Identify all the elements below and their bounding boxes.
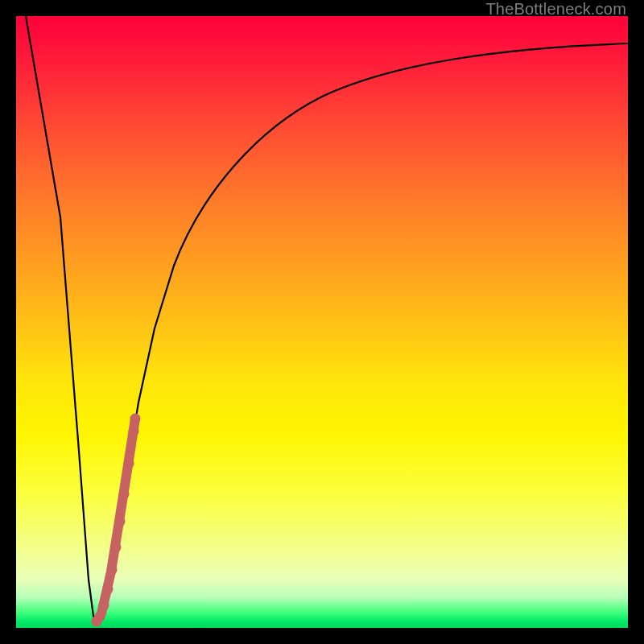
svg-point-7 bbox=[119, 489, 130, 500]
svg-point-6 bbox=[115, 517, 126, 527]
chart-frame bbox=[16, 16, 628, 628]
svg-point-5 bbox=[111, 543, 122, 553]
svg-point-9 bbox=[129, 427, 139, 437]
svg-point-4 bbox=[107, 565, 118, 576]
svg-point-3 bbox=[103, 584, 114, 595]
svg-point-10 bbox=[130, 414, 141, 424]
svg-point-1 bbox=[95, 612, 105, 622]
svg-point-8 bbox=[124, 459, 134, 469]
svg-point-2 bbox=[99, 601, 109, 611]
chart-svg bbox=[16, 16, 628, 628]
